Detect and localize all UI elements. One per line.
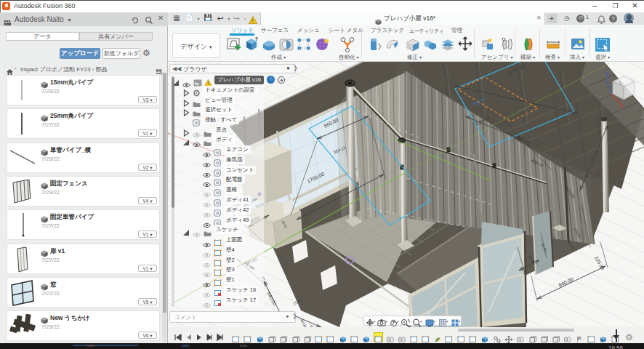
svg-text:225.00: 225.00	[594, 255, 605, 270]
svg-text:840.00: 840.00	[558, 276, 573, 288]
svg-text:!: !	[251, 17, 253, 24]
svg-text:fa: fa	[195, 81, 199, 86]
svg-text:X: X	[619, 105, 623, 110]
